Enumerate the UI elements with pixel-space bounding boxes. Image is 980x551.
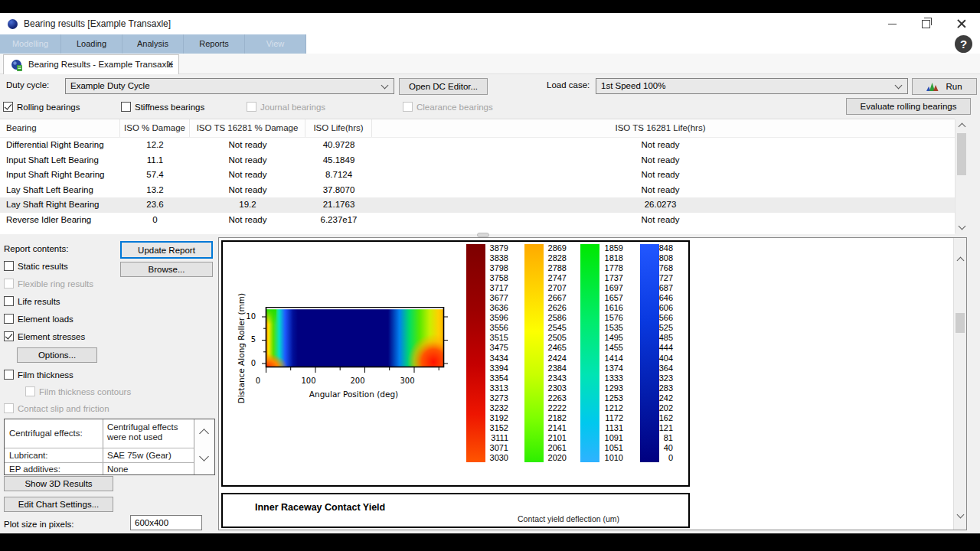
chevron-down-icon xyxy=(895,82,903,90)
help-button[interactable]: ? xyxy=(955,35,972,53)
table-cell: 45.1849 xyxy=(305,153,372,168)
table-row[interactable]: Input Shaft Right Bearing57.4Not ready8.… xyxy=(0,168,955,183)
edit-chart-settings-label: Edit Chart Settings... xyxy=(18,500,99,509)
duty-cycle-select[interactable]: Example Duty Cycle xyxy=(65,78,394,94)
screen: Bearing results [Example Transaxle] Mode… xyxy=(0,0,980,551)
restore-button[interactable] xyxy=(910,13,941,34)
element-stresses-checkbox[interactable]: Element stresses xyxy=(4,331,85,341)
document-tab[interactable]: Bearing Results - Example Transaxle X xyxy=(3,54,179,74)
ribbon-tabstrip: Modelling Loading Analysis Reports View xyxy=(0,34,306,54)
tab-view[interactable]: View xyxy=(245,34,306,54)
x-tick-label: 0 xyxy=(253,377,263,385)
plot-size-input[interactable] xyxy=(130,515,202,530)
checkbox-label: Life results xyxy=(18,297,60,306)
tab-modelling[interactable]: Modelling xyxy=(0,34,61,54)
info-table-scroller[interactable] xyxy=(194,419,214,474)
colorbar-value: 848 xyxy=(641,244,673,253)
colorbar-value: 3232 xyxy=(476,404,508,412)
table-cell: 6.237e17 xyxy=(305,213,372,228)
results-table-body: Differential Right Bearing12.2Not ready4… xyxy=(0,138,955,227)
checkbox-icon xyxy=(247,102,256,112)
show-3d-results-button[interactable]: Show 3D Results xyxy=(4,476,113,491)
scroll-down-icon[interactable] xyxy=(959,223,966,230)
tab-loading[interactable]: Loading xyxy=(61,34,122,54)
element-loads-checkbox[interactable]: Element loads xyxy=(4,314,74,324)
checkbox-label: Rolling bearings xyxy=(17,103,80,112)
table-scrollbar[interactable] xyxy=(955,119,968,233)
load-case-select[interactable]: 1st Speed 100% xyxy=(596,78,908,94)
colorbar-value: 1293 xyxy=(591,384,623,393)
table-row[interactable]: Lay Shaft Right Bearing23.619.221.176326… xyxy=(0,197,955,213)
colorbar-value: 2101 xyxy=(534,434,567,442)
stiffness-bearings-checkbox[interactable]: Stiffness bearings xyxy=(121,102,204,112)
report-scrollbar-thumb[interactable] xyxy=(956,313,965,333)
run-chart-icon xyxy=(926,81,939,92)
colorbar-value: 2061 xyxy=(534,444,567,452)
table-cell: 8.7124 xyxy=(305,168,372,183)
document-tab-label: Bearing Results - Example Transaxle xyxy=(28,60,173,69)
rolling-bearings-checkbox[interactable]: Rolling bearings xyxy=(3,102,80,112)
colorbar-value: 3556 xyxy=(476,324,508,332)
info-row-label: Lubricant: xyxy=(9,451,48,461)
table-row[interactable]: Reverse Idler Bearing0Not ready6.237e17N… xyxy=(0,213,955,228)
evaluate-rolling-bearings-button[interactable]: Evaluate rolling bearings xyxy=(846,98,971,115)
colorbar-value: 1576 xyxy=(591,314,623,322)
scroll-up-icon[interactable] xyxy=(959,123,966,131)
table-cell: Lay Shaft Left Bearing xyxy=(0,183,120,198)
column-header[interactable]: ISO % Damage xyxy=(120,119,190,137)
update-report-button[interactable]: Update Report xyxy=(120,241,213,259)
table-cell: Not ready xyxy=(372,153,949,168)
table-scrollbar-thumb[interactable] xyxy=(957,133,966,175)
column-header[interactable]: Bearing xyxy=(0,119,120,137)
colorbar-value: 364 xyxy=(641,364,673,373)
flexible-ring-results-checkbox: Flexible ring results xyxy=(4,279,93,289)
run-button[interactable]: Run xyxy=(912,78,977,95)
table-row[interactable]: Differential Right Bearing12.2Not ready4… xyxy=(0,138,955,153)
colorbar-value: 727 xyxy=(641,274,673,282)
minimize-icon xyxy=(888,24,897,24)
life-results-checkbox[interactable]: Life results xyxy=(4,296,60,306)
checkbox-icon xyxy=(4,314,14,324)
open-dc-editor-button[interactable]: Open DC Editor... xyxy=(399,78,488,95)
colorbar-value: 1737 xyxy=(591,274,623,282)
options-button[interactable]: Options... xyxy=(17,347,97,363)
colorbar-value: 3071 xyxy=(476,444,508,452)
table-cell: Not ready xyxy=(372,138,949,153)
table-row[interactable]: Lay Shaft Left Bearing13.2Not ready37.80… xyxy=(0,183,955,198)
column-header[interactable]: ISO TS 16281 Life(hrs) xyxy=(372,119,949,137)
colorbar-value: 2707 xyxy=(534,284,567,292)
scroll-up-icon[interactable] xyxy=(957,257,965,265)
scroll-down-icon[interactable] xyxy=(957,511,965,519)
table-cell: Not ready xyxy=(190,168,305,183)
column-header[interactable]: ISO TS 16281 % Damage xyxy=(190,119,305,137)
colorbar-value: 121 xyxy=(641,424,673,432)
close-button[interactable] xyxy=(946,13,977,34)
document-tab-close[interactable]: X xyxy=(168,60,173,69)
edit-chart-settings-button[interactable]: Edit Chart Settings... xyxy=(4,497,113,512)
film-thickness-checkbox[interactable]: Film thickness xyxy=(4,370,74,380)
bearing-info-table: Centrifugal effects: Centrifugal effects… xyxy=(4,419,215,475)
checkbox-icon xyxy=(4,331,14,341)
document-tab-row: Bearing Results - Example Transaxle X xyxy=(0,54,980,74)
run-label: Run xyxy=(946,82,962,91)
scroll-up-icon[interactable] xyxy=(199,429,209,439)
colorbar-value: 3879 xyxy=(476,244,508,253)
checkbox-icon xyxy=(4,261,14,271)
minimize-button[interactable] xyxy=(877,13,907,34)
report-scrollbar[interactable] xyxy=(953,238,966,530)
colorbar-labels-4: 8488087687276876466065665254854444043643… xyxy=(641,244,673,462)
tab-reports[interactable]: Reports xyxy=(184,34,245,54)
y-tick-label: 10 xyxy=(245,312,256,321)
colorbar-value: 687 xyxy=(641,284,673,292)
inner-raceway-chart: Inner Raceway Contact Yield Contact yiel… xyxy=(221,493,690,528)
static-results-checkbox[interactable]: Static results xyxy=(4,261,68,271)
info-row-value: None xyxy=(107,465,191,474)
colorbar-value: 3475 xyxy=(476,344,508,352)
tab-analysis[interactable]: Analysis xyxy=(122,34,184,54)
checkbox-label: Contact slip and friction xyxy=(18,404,109,413)
browse-button[interactable]: Browse... xyxy=(120,262,213,277)
scroll-down-icon[interactable] xyxy=(199,452,209,461)
table-row[interactable]: Input Shaft Left Bearing11.1Not ready45.… xyxy=(0,153,955,168)
table-cell: Not ready xyxy=(190,138,305,153)
column-header[interactable]: ISO Life(hrs) xyxy=(305,119,372,137)
